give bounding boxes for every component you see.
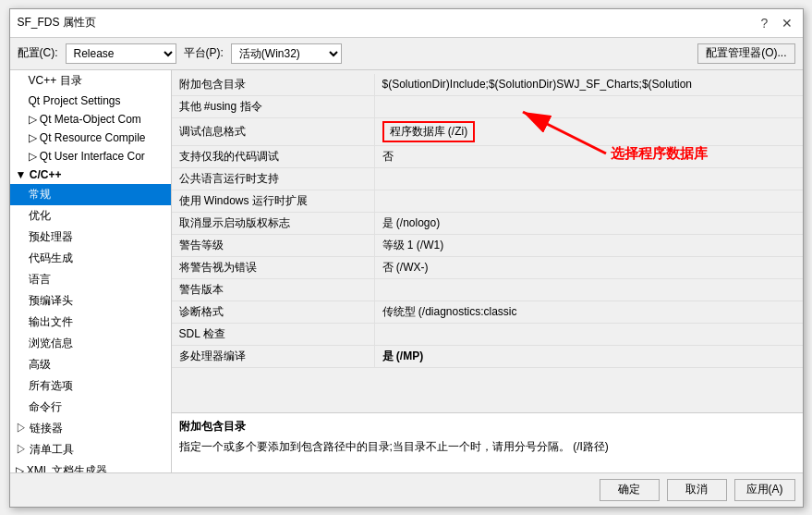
prop-value [375,279,803,300]
content-area: 附加包含目录$(SolutionDir)Include;$(SolutionDi… [172,70,803,472]
bottom-bar: 确定 取消 应用(A) [10,472,803,507]
cancel-button[interactable]: 取消 [667,479,727,501]
sidebar-item-manifest[interactable]: ▷ 清单工具 [10,439,171,460]
prop-value [375,96,803,117]
prop-value [375,190,803,212]
sidebar-item-vcpp[interactable]: VC++ 目录 [10,70,171,92]
prop-value [375,324,803,345]
prop-value: $(SolutionDir)Include;$(SolutionDir)SWJ_… [375,74,803,95]
prop-name: SDL 检查 [172,324,375,345]
sidebar-item-all[interactable]: 所有选项 [10,375,171,397]
config-select[interactable]: Release [66,43,176,64]
prop-value: 等级 1 (/W1) [375,235,803,256]
manage-config-button[interactable]: 配置管理器(O)... [697,43,794,64]
prop-name: 调试信息格式 [172,118,375,145]
sidebar-item-browse[interactable]: 浏览信息 [10,333,171,354]
prop-name: 警告等级 [172,235,375,256]
table-row[interactable]: 将警告视为错误否 (/WX-) [172,257,803,279]
prop-value [375,168,803,190]
table-row[interactable]: 使用 Windows 运行时扩展 [172,190,803,213]
ok-button[interactable]: 确定 [600,479,660,501]
config-label: 配置(C): [18,45,58,61]
prop-name: 使用 Windows 运行时扩展 [172,190,375,212]
sidebar-item-lang[interactable]: 语言 [10,269,171,290]
description-text: 指定一个或多个要添加到包含路径中的目录;当目录不止一个时，请用分号分隔。 (/I… [179,438,795,455]
platform-select[interactable]: 活动(Win32) [231,43,342,64]
help-button[interactable]: ? [757,15,773,31]
title-buttons: ? ✕ [757,15,795,31]
sidebar-item-cpp[interactable]: ▼ C/C++ [10,166,171,184]
sidebar-item-xmlgen[interactable]: ▷ XML 文档生成器 [10,460,171,472]
sidebar: VC++ 目录Qt Project Settings▷ Qt Meta-Obje… [10,70,172,472]
sidebar-item-output[interactable]: 输出文件 [10,312,171,333]
description-area: 附加包含目录 指定一个或多个要添加到包含路径中的目录;当目录不止一个时，请用分号… [172,412,803,472]
table-row[interactable]: 诊断格式传统型 (/diagnostics:classic [172,301,803,324]
table-row[interactable]: 支持仅我的代码调试否 [172,146,803,168]
sidebar-item-qt-user[interactable]: ▷ Qt User Interface Cor [10,147,171,166]
close-button[interactable]: ✕ [779,15,795,31]
sidebar-item-preproc[interactable]: 预处理器 [10,227,171,248]
sidebar-item-general[interactable]: 常规 [10,184,171,205]
sidebar-item-qt-resource[interactable]: ▷ Qt Resource Compile [10,129,171,147]
sidebar-item-optimize[interactable]: 优化 [10,205,171,227]
table-row[interactable]: 调试信息格式程序数据库 (/Zi) [172,118,803,146]
prop-name: 多处理器编译 [172,346,375,367]
prop-name: 支持仅我的代码调试 [172,146,375,167]
prop-value: 否 [375,146,803,167]
prop-value: 是 (/nologo) [375,213,803,234]
prop-name: 公共语言运行时支持 [172,168,375,190]
apply-button[interactable]: 应用(A) [734,479,795,501]
prop-name: 警告版本 [172,279,375,300]
prop-name: 附加包含目录 [172,74,375,95]
prop-value: 传统型 (/diagnostics:classic [375,301,803,323]
table-row[interactable]: 公共语言运行时支持 [172,168,803,190]
table-row[interactable]: 其他 #using 指令 [172,96,803,118]
sidebar-item-codegen[interactable]: 代码生成 [10,248,171,269]
sidebar-item-qt-meta[interactable]: ▷ Qt Meta-Object Com [10,110,171,129]
prop-name: 取消显示启动版权标志 [172,213,375,234]
main-area: VC++ 目录Qt Project Settings▷ Qt Meta-Obje… [10,70,803,472]
sidebar-item-precomp[interactable]: 预编译头 [10,290,171,312]
props-table: 附加包含目录$(SolutionDir)Include;$(SolutionDi… [172,70,803,412]
sidebar-item-cmdline[interactable]: 命令行 [10,397,171,418]
table-row[interactable]: 警告版本 [172,279,803,301]
prop-value: 是 (/MP) [375,346,803,367]
main-dialog: SF_FDS 属性页 ? ✕ 配置(C): Release 平台(P): 活动(… [9,8,804,508]
table-row[interactable]: SDL 检查 [172,324,803,346]
description-title: 附加包含目录 [179,419,795,435]
table-row[interactable]: 附加包含目录$(SolutionDir)Include;$(SolutionDi… [172,74,803,96]
toolbar-row: 配置(C): Release 平台(P): 活动(Win32) 配置管理器(O)… [10,38,803,70]
title-bar: SF_FDS 属性页 ? ✕ [10,9,803,38]
prop-value: 程序数据库 (/Zi) [375,118,803,145]
highlighted-value: 程序数据库 (/Zi) [382,121,476,142]
prop-name: 将警告视为错误 [172,257,375,278]
sidebar-item-advanced[interactable]: 高级 [10,354,171,375]
sidebar-item-qt-project[interactable]: Qt Project Settings [10,92,171,110]
table-row[interactable]: 取消显示启动版权标志是 (/nologo) [172,213,803,235]
prop-name: 诊断格式 [172,301,375,323]
table-row[interactable]: 警告等级等级 1 (/W1) [172,235,803,257]
table-row[interactable]: 多处理器编译是 (/MP) [172,346,803,368]
platform-label: 平台(P): [184,45,224,61]
prop-value: 否 (/WX-) [375,257,803,278]
dialog-title: SF_FDS 属性页 [18,15,96,31]
sidebar-item-linker[interactable]: ▷ 链接器 [10,418,171,439]
prop-name: 其他 #using 指令 [172,96,375,117]
